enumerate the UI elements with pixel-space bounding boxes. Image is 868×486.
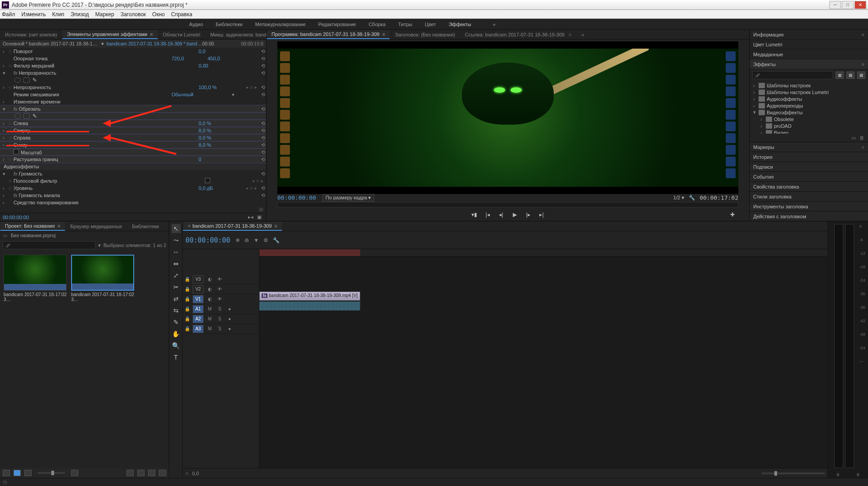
project-search-input[interactable] [3,241,95,249]
record-button[interactable]: ● [226,306,233,311]
panel-info[interactable]: Информация≡ [750,30,868,40]
track-select-forward-icon[interactable]: ⤳ [172,236,181,245]
workspace-color[interactable]: Цвет [425,22,436,27]
effect-crop[interactable]: Обрезать [13,106,199,112]
go-to-out-icon[interactable]: ▸| [538,212,546,218]
effects-search[interactable]: ▦ ▦ ▦ [750,69,868,81]
razor-tool-icon[interactable]: ✂ [172,283,181,292]
zoom-tool-icon[interactable]: 🔍 [172,341,181,350]
mask-ellipse-icon[interactable] [14,113,21,119]
effect-panner[interactable]: Средство панорамирования [13,200,266,205]
mask-ellipse-icon[interactable] [14,77,21,83]
type-tool-icon[interactable]: T [172,353,181,362]
workspace-metalogging[interactable]: Метажурналирование [255,22,306,27]
prop-crop-right[interactable]: Справа [13,135,199,140]
tab-project[interactable]: Проект: Без названия≡ [0,222,65,231]
hand-tool-icon[interactable]: ✋ [172,329,181,338]
solo-button[interactable]: S [216,306,223,311]
linked-selection-icon[interactable]: ⋒ [244,237,249,243]
lock-icon[interactable]: 🔒 [185,277,190,282]
prop-blend-mode[interactable]: Режим смешивания [13,92,172,97]
workspace-effects[interactable]: Эффекты [448,22,471,27]
filter-accelerated-icon[interactable]: ▦ [836,72,844,79]
sort-icon[interactable] [71,470,78,476]
tab-audio-mixer[interactable]: Микш. аудиоклипа: bandicam 2017-07-31 1 [205,31,266,39]
panel-title-styles[interactable]: Стили заголовка [750,191,868,201]
find-icon[interactable] [127,470,134,476]
eye-icon[interactable]: ◐ [206,277,213,282]
wrench-icon[interactable]: 🔧 [689,195,695,201]
prop-rotation[interactable]: Поворот [13,49,199,54]
list-view-icon[interactable] [3,470,10,476]
zoom-out-icon[interactable]: ○ [185,471,189,476]
panel-captions[interactable]: Подписи [750,162,868,171]
effect-controls-body[interactable]: ›◇Поворот0,0⟲ Опорная точка720,0450,0⟲ ›… [0,48,266,213]
prop-level[interactable]: Уровень [13,185,199,191]
filter-32bit-icon[interactable]: ▦ [846,72,854,79]
panel-menu-icon[interactable]: ≡ [150,32,153,37]
prev-keyframe-icon[interactable]: ▸◂ [248,214,253,220]
checkbox-bypass[interactable] [205,178,210,183]
menu-file[interactable]: Файл [2,11,15,18]
search-dropdown-icon[interactable]: ▾ [98,243,101,248]
menu-help[interactable]: Справка [171,11,192,18]
resolution-dropdown[interactable]: 1/2 ▾ [674,195,684,201]
settings-icon[interactable]: ⚙ [263,237,268,243]
ripple-edit-icon[interactable]: ↔ [172,248,181,256]
menu-clip[interactable]: Клип [52,11,64,18]
menu-bar[interactable]: Файл Изменить Клип Эпизод Маркер Заголов… [0,10,868,19]
mask-pen-icon[interactable]: ✎ [32,113,37,119]
filter-yuv-icon[interactable]: ▦ [857,72,865,79]
program-tc-left[interactable]: 00:00:00:00 [277,194,316,201]
workspace-tabs[interactable]: Аудио Библиотеки Метажурналирование Реда… [0,19,868,30]
effect-channel-volume[interactable]: Громкость канала [13,193,235,198]
wrench-icon[interactable]: 🔧 [273,237,280,243]
project-clip-2[interactable]: bandicam 2017-07-31 18-3…17:02 [71,255,134,302]
chevron-down-icon[interactable]: ▾ [232,92,235,98]
step-forward-icon[interactable]: |▸ [524,212,532,218]
scroll-indicator[interactable] [259,207,263,212]
workspace-overflow[interactable]: » [493,22,495,27]
close-button[interactable]: ✕ [854,1,866,9]
mask-pen-icon[interactable]: ✎ [32,77,37,83]
tab-link[interactable]: Ссылка: bandicam 2017-07-31 18-38-19-309… [460,31,577,39]
panel-title-actions[interactable]: Действия с заголовком [750,211,868,221]
mask-rect-icon[interactable] [23,113,30,119]
add-marker-icon[interactable]: ▾▮ [470,212,478,218]
effect-time-remapping[interactable]: Изменение времени [13,99,266,104]
notification-icon[interactable]: ◷ [3,479,7,485]
value-rotation[interactable]: 0,0 [199,49,235,54]
toggle-output-icon[interactable]: 👁 [216,277,223,282]
tab-effect-controls[interactable]: Элементы управления эффектами≡ [62,30,158,39]
prop-antiflicker[interactable]: Фильтр мерцаний [13,63,199,68]
workspace-assembly[interactable]: Сборка [369,22,386,27]
panel-events[interactable]: События [750,171,868,181]
workspace-titles[interactable]: Титры [398,22,412,27]
minimize-button[interactable]: ─ [829,1,841,9]
trash-icon[interactable]: 🗑 [859,135,864,140]
source-panel-tabs[interactable]: Источник: (нет клипов) Элементы управлен… [0,30,266,40]
checkbox-zoom[interactable] [14,149,19,154]
new-bin-icon[interactable]: ▭ [851,135,856,141]
panel-markers[interactable]: Маркеры≡ [750,142,868,152]
workspace-libraries[interactable]: Библиотеки [216,22,243,27]
tab-program[interactable]: Программа: bandicam 2017-07-31 18-38-19-… [267,30,390,39]
timeline-sequence-tab[interactable]: ×bandicam 2017-07-31 18-38-19-309≡ [183,222,282,231]
prop-crop-top[interactable]: Сверху [13,128,199,133]
go-to-in-icon[interactable]: |◂ [484,212,492,218]
fit-dropdown[interactable]: По размеру кадра ▾ [322,194,374,202]
timeline-timecode[interactable]: 00:00:00:00 [185,236,230,244]
tab-source[interactable]: Источник: (нет клипов) [0,31,62,39]
tab-program-overflow[interactable]: » [576,31,589,39]
solo-right[interactable]: S [857,472,859,477]
panel-title-tools[interactable]: Инструменты заголовка [750,201,868,211]
track-a3[interactable]: A3 [193,325,203,333]
tab-media-browser[interactable]: Браузер медиаданных [65,222,127,230]
program-ruler[interactable] [277,202,738,207]
effect-volume[interactable]: Громкость [13,171,235,176]
prop-anchor[interactable]: Опорная точка [13,56,172,61]
panel-lumetri-color[interactable]: Цвет Lumetri [750,40,868,50]
bin-back-icon[interactable]: ▭ [3,233,9,238]
prop-feather[interactable]: Растушевка границ [13,157,199,162]
timeline-clip-video[interactable]: fxbandicam 2017-07-31 18-38-19-309.mp4 [… [259,292,360,301]
